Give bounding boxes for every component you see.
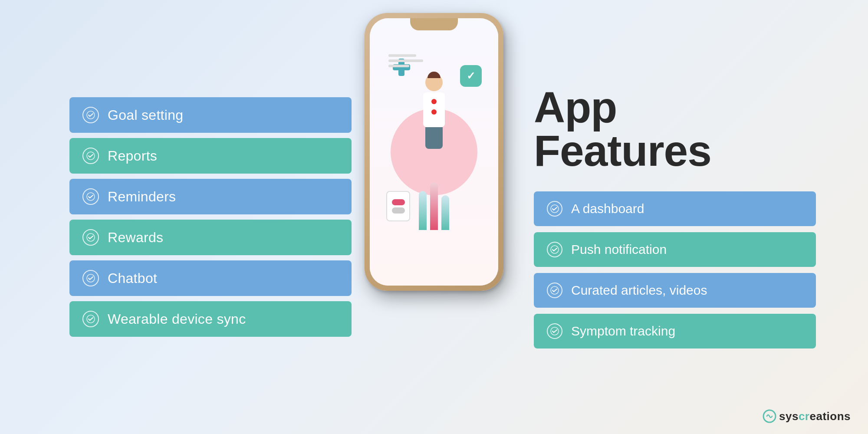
right-feature-a-dashboard: A dashboard bbox=[534, 191, 816, 226]
left-feature-reports: Reports bbox=[69, 138, 352, 174]
main-container: Goal setting Reports Reminders bbox=[0, 0, 868, 434]
check-circle-goal-setting bbox=[82, 107, 99, 123]
document-lines bbox=[388, 54, 423, 67]
medicine-box bbox=[386, 191, 410, 221]
feature-label-rewards: Rewards bbox=[108, 230, 163, 246]
person-dot-1 bbox=[431, 99, 437, 104]
right-feature-push-notification: Push notification bbox=[534, 232, 816, 267]
thermometer-3 bbox=[441, 195, 449, 230]
left-feature-rewards: Rewards bbox=[69, 220, 352, 255]
thermometers bbox=[419, 182, 449, 230]
check-bubble: ✓ bbox=[460, 65, 482, 87]
feature-label-goal-setting: Goal setting bbox=[108, 107, 183, 123]
check-circle-right-symptom-tracking bbox=[547, 323, 562, 339]
right-feature-label-symptom-tracking: Symptom tracking bbox=[571, 324, 675, 339]
app-title-line2: Features bbox=[534, 129, 816, 172]
phone-screen: ✓ bbox=[370, 18, 498, 286]
phone-inner-frame: ✓ bbox=[370, 18, 498, 286]
syscreations-logo: syscreations bbox=[763, 409, 851, 423]
left-feature-wearable-device-sync: Wearable device sync bbox=[69, 301, 352, 337]
check-circle-right-a-dashboard bbox=[547, 201, 562, 217]
feature-label-reports: Reports bbox=[108, 148, 157, 164]
person-hair bbox=[427, 72, 441, 78]
pill-gray bbox=[392, 207, 405, 214]
check-circle-reminders bbox=[82, 188, 99, 205]
person-body bbox=[423, 92, 445, 127]
right-features-list: A dashboard Push notification Curated ar… bbox=[534, 191, 816, 349]
check-circle-reports bbox=[82, 148, 99, 164]
feature-label-reminders: Reminders bbox=[108, 189, 176, 205]
person-head bbox=[425, 74, 443, 91]
check-circle-wearable-device-sync bbox=[82, 311, 99, 327]
check-circle-right-curated-articles-videos bbox=[547, 283, 562, 298]
phone-notch bbox=[410, 18, 458, 30]
left-feature-reminders: Reminders bbox=[69, 179, 352, 214]
check-circle-chatbot bbox=[82, 270, 99, 286]
feature-label-chatbot: Chatbot bbox=[108, 270, 157, 286]
right-feature-label-curated-articles-videos: Curated articles, videos bbox=[571, 283, 707, 298]
phone-outer-frame: ✓ bbox=[365, 13, 503, 291]
health-illustration: ✓ bbox=[378, 30, 490, 273]
left-features-panel: Goal setting Reports Reminders bbox=[0, 71, 369, 363]
feature-label-wearable-device-sync: Wearable device sync bbox=[108, 311, 246, 327]
thermometer-1 bbox=[419, 191, 427, 230]
thermometer-2 bbox=[430, 182, 438, 230]
right-feature-label-push-notification: Push notification bbox=[571, 242, 667, 257]
app-title: App Features bbox=[534, 85, 816, 172]
person-legs bbox=[425, 127, 443, 149]
right-feature-symptom-tracking: Symptom tracking bbox=[534, 314, 816, 349]
person-health-dots bbox=[431, 99, 437, 115]
person-figure bbox=[423, 74, 445, 149]
left-feature-goal-setting: Goal setting bbox=[69, 97, 352, 133]
person-dot-2 bbox=[431, 109, 437, 115]
logo-icon bbox=[763, 409, 776, 423]
left-feature-chatbot: Chatbot bbox=[69, 260, 352, 296]
app-title-line1: App bbox=[534, 85, 816, 129]
pill-red bbox=[392, 199, 405, 205]
logo-text: syscreations bbox=[779, 410, 851, 423]
right-features-panel: App Features A dashboard Push notificati… bbox=[499, 0, 868, 434]
phone-mockup: ✓ bbox=[365, 13, 503, 291]
check-circle-rewards bbox=[82, 229, 99, 246]
right-feature-curated-articles-videos: Curated articles, videos bbox=[534, 273, 816, 308]
check-circle-right-push-notification bbox=[547, 242, 562, 257]
right-feature-label-a-dashboard: A dashboard bbox=[571, 201, 644, 216]
